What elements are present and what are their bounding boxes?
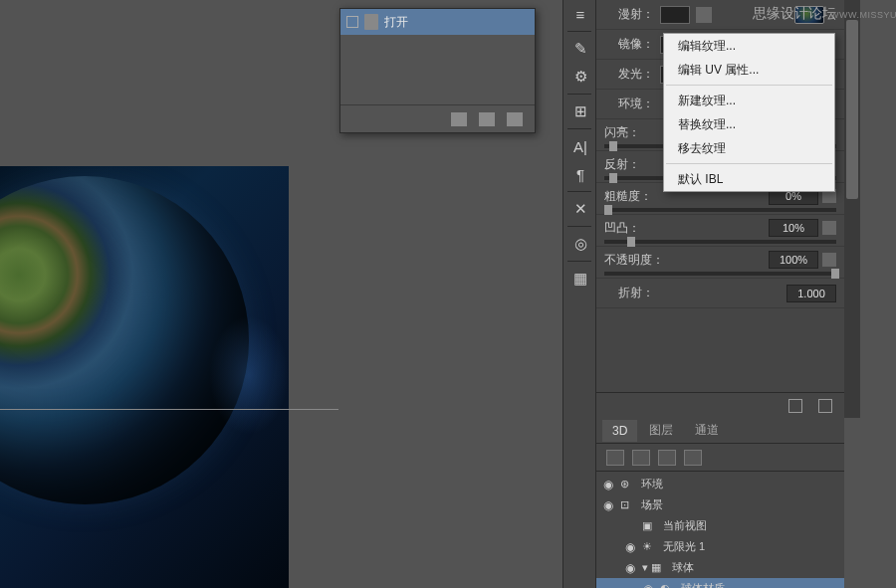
- mesh-icon: ▦: [651, 561, 667, 575]
- filter-light-icon[interactable]: [684, 450, 702, 466]
- props-panel-footer: [596, 392, 844, 418]
- camera-icon[interactable]: [479, 112, 495, 126]
- canvas-area: [0, 0, 338, 588]
- glow-label: 发光：: [604, 66, 654, 83]
- tree-sphere[interactable]: ◉ ▾ ▦ 球体: [596, 557, 844, 578]
- swatches-icon[interactable]: ▦: [563, 265, 597, 293]
- diffuse-swatch[interactable]: [660, 6, 690, 24]
- filter-mesh-icon[interactable]: [632, 450, 650, 466]
- tree-label: 场景: [641, 497, 663, 512]
- character-icon[interactable]: A|: [563, 132, 597, 160]
- brush-tool-icon[interactable]: ✎: [563, 35, 597, 63]
- bump-slider[interactable]: [604, 240, 836, 244]
- visibility-icon[interactable]: ◉: [596, 478, 620, 491]
- bump-folder-icon[interactable]: [822, 221, 836, 235]
- ctx-new-texture[interactable]: 新建纹理...: [664, 89, 834, 112]
- roughness-slider[interactable]: [604, 208, 836, 212]
- vertical-scrollbar[interactable]: [844, 0, 860, 418]
- paragraph-icon[interactable]: ¶: [563, 160, 597, 188]
- diffuse-texture-icon[interactable]: [696, 7, 712, 23]
- visibility-icon[interactable]: ◉: [618, 561, 642, 575]
- tree-label: 球体材质: [681, 581, 725, 588]
- document-viewport[interactable]: [0, 166, 289, 588]
- tree-scene[interactable]: ◉ ⊡ 场景: [596, 494, 844, 515]
- guide-line[interactable]: [0, 409, 338, 410]
- reflect-label: 反射：: [604, 156, 640, 173]
- environment-icon: ⊛: [620, 478, 636, 491]
- popup-item-open[interactable]: 打开: [340, 9, 535, 35]
- tree-environment[interactable]: ◉ ⊛ 环境: [596, 474, 844, 494]
- camera-icon: ▣: [642, 519, 658, 533]
- ctx-separator: [666, 85, 832, 86]
- document-icon: [364, 14, 378, 30]
- specular-label: 镜像：: [604, 36, 654, 53]
- material-icon: ◐: [660, 582, 676, 589]
- ctx-replace-texture[interactable]: 替换纹理...: [664, 112, 834, 136]
- trash-icon[interactable]: [507, 112, 523, 126]
- ctx-edit-texture[interactable]: 编辑纹理...: [664, 34, 834, 58]
- adjustments-icon[interactable]: ≡: [563, 0, 597, 28]
- bump-label: 凹凸：: [604, 220, 640, 237]
- popup-footer: [340, 104, 535, 132]
- brush-settings-icon[interactable]: ⚙: [563, 63, 597, 91]
- layer-popup-panel: 打开: [339, 8, 536, 133]
- tab-channels[interactable]: 通道: [685, 418, 729, 443]
- ctx-default-ibl[interactable]: 默认 IBL: [664, 167, 834, 191]
- 3d-panel: 3D 图层 通道 ◉ ⊛ 环境 ◉ ⊡ 场景 ▣ 当前视图 ◉ ☀ 无限光 1: [596, 418, 844, 588]
- popup-item-label: 打开: [384, 14, 408, 31]
- scene-tree: ◉ ⊛ 环境 ◉ ⊡ 场景 ▣ 当前视图 ◉ ☀ 无限光 1 ◉ ▾ ▦ 球体 …: [596, 472, 844, 588]
- ctx-separator: [666, 163, 832, 164]
- opacity-label: 不透明度：: [604, 252, 664, 269]
- tree-current-view[interactable]: ▣ 当前视图: [596, 515, 844, 536]
- opacity-value[interactable]: 100%: [769, 251, 818, 269]
- bump-value[interactable]: 10%: [769, 219, 818, 237]
- filter-bar: [596, 444, 844, 472]
- tree-label: 无限光 1: [663, 539, 705, 554]
- tree-infinite-light[interactable]: ◉ ☀ 无限光 1: [596, 536, 844, 557]
- ctx-remove-texture[interactable]: 移去纹理: [664, 136, 834, 160]
- render-icon[interactable]: [788, 399, 802, 413]
- shine-label: 闪亮：: [604, 124, 640, 141]
- opacity-row: 不透明度： 100%: [596, 247, 844, 279]
- light-icon: ☀: [642, 540, 658, 554]
- texture-context-menu: 编辑纹理... 编辑 UV 属性... 新建纹理... 替换纹理... 移去纹理…: [663, 33, 835, 192]
- tree-label: 当前视图: [663, 518, 707, 533]
- visibility-icon[interactable]: ◉: [596, 498, 620, 512]
- opacity-folder-icon[interactable]: [822, 253, 836, 267]
- checkbox-icon[interactable]: [346, 16, 358, 28]
- tool-column: ≡ ✎ ⚙ ⊞ A| ¶ ✕ ◎ ▦: [562, 0, 596, 588]
- filter-scene-icon[interactable]: [606, 450, 624, 466]
- scrollbar-thumb[interactable]: [846, 20, 858, 199]
- visibility-icon[interactable]: ◉: [618, 540, 642, 554]
- tree-label: 环境: [641, 477, 663, 491]
- refraction-row: 折射： 1.000: [596, 279, 844, 308]
- watermark-text: 思缘设计论坛: [753, 5, 836, 23]
- bump-row: 凹凸： 10%: [596, 215, 844, 247]
- histogram-icon[interactable]: ⊞: [563, 98, 597, 125]
- watermark-url: WWW.MISSYUAN.COM: [830, 10, 896, 20]
- tab-3d[interactable]: 3D: [602, 420, 637, 442]
- scene-icon: ⊡: [620, 498, 636, 512]
- panel-tabs: 3D 图层 通道: [596, 418, 844, 444]
- link-icon[interactable]: [451, 112, 467, 126]
- roughness-label: 粗糙度：: [604, 188, 652, 205]
- opacity-slider[interactable]: [604, 272, 836, 276]
- refraction-label: 折射：: [604, 285, 654, 301]
- nebula-glow: [209, 315, 289, 435]
- visibility-icon[interactable]: ◉: [636, 582, 660, 589]
- tab-layers[interactable]: 图层: [639, 418, 683, 443]
- expand-icon[interactable]: ▾: [642, 561, 648, 574]
- filter-material-icon[interactable]: [658, 450, 676, 466]
- refraction-value[interactable]: 1.000: [786, 285, 836, 302]
- ctx-edit-uv[interactable]: 编辑 UV 属性...: [664, 58, 834, 82]
- tree-sphere-material[interactable]: ◉ ◐ 球体材质: [596, 578, 844, 588]
- diffuse-label: 漫射：: [604, 6, 654, 23]
- tree-label: 球体: [672, 560, 694, 575]
- cc-icon[interactable]: ◎: [563, 230, 597, 258]
- env-label: 环境：: [604, 96, 654, 112]
- tools-icon[interactable]: ✕: [563, 195, 597, 223]
- trash-icon[interactable]: [818, 399, 832, 413]
